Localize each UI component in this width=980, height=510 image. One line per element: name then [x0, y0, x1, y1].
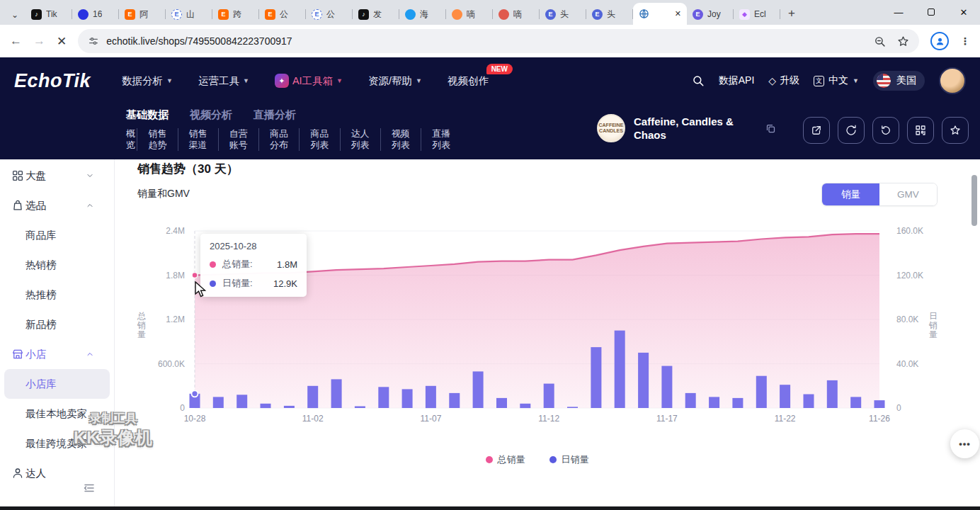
- subnav-tab-4[interactable]: 商品分布: [270, 128, 300, 151]
- search-icon[interactable]: [692, 74, 705, 87]
- section-tab-2[interactable]: 直播分析: [253, 108, 296, 122]
- site-favicon: E: [125, 9, 135, 20]
- subnav-tab-5[interactable]: 商品列表: [310, 128, 340, 151]
- site-favicon: [405, 9, 416, 20]
- history-sync-button[interactable]: [872, 117, 899, 144]
- browser-tab[interactable]: EJoy: [687, 4, 734, 25]
- section-tab-1[interactable]: 视频分析: [190, 108, 232, 122]
- chevron-down-icon: ▼: [243, 77, 249, 84]
- browser-tab[interactable]: E公: [259, 4, 306, 25]
- browser-tab[interactable]: E跨: [212, 4, 259, 25]
- browser-tab[interactable]: E公: [306, 4, 353, 25]
- subnav-tab-0[interactable]: 概览: [126, 128, 137, 151]
- sidebar-item-选品[interactable]: 选品: [4, 191, 110, 220]
- site-info-icon[interactable]: [88, 35, 99, 47]
- sidebar-item-热销榜[interactable]: 热销榜: [4, 250, 110, 280]
- address-bar[interactable]: echotik.live/shops/7495500842223700917: [78, 29, 919, 53]
- browser-tab[interactable]: E头: [586, 4, 633, 25]
- region-selector[interactable]: 美国: [873, 71, 925, 91]
- profile-avatar-icon[interactable]: [930, 32, 949, 50]
- bookmark-star-icon[interactable]: [897, 35, 909, 47]
- svg-text:10-28: 10-28: [184, 414, 206, 424]
- qr-code-button[interactable]: [907, 117, 934, 144]
- back-icon[interactable]: ←: [10, 34, 22, 48]
- subnav-tab-6[interactable]: 达人列表: [351, 128, 381, 151]
- minimize-button[interactable]: —: [882, 0, 915, 24]
- browser-tab[interactable]: ✕: [633, 3, 687, 25]
- browser-tab[interactable]: E阿: [119, 4, 166, 25]
- svg-text:0: 0: [180, 403, 185, 413]
- svg-text:1.2M: 1.2M: [166, 314, 185, 324]
- new-tab-button[interactable]: +: [782, 4, 802, 23]
- sidebar-item-小店[interactable]: 小店: [4, 339, 110, 369]
- grid-icon: [11, 169, 24, 182]
- shop-actions: [803, 117, 969, 144]
- nav-menu-item-0[interactable]: 数据分析▼: [122, 74, 173, 88]
- browser-tab[interactable]: E山: [166, 4, 212, 25]
- sidebar-item-大盘[interactable]: 大盘: [4, 161, 110, 191]
- browser-tab[interactable]: E头: [540, 4, 586, 25]
- chevron-down-icon: ▼: [416, 77, 422, 84]
- svg-text:11-22: 11-22: [775, 414, 796, 424]
- copy-icon[interactable]: [765, 123, 776, 134]
- chevron-up-icon: [86, 201, 94, 210]
- legend-dot-icon: [549, 456, 557, 463]
- zoom-icon[interactable]: [874, 35, 886, 47]
- site-favicon: E: [693, 9, 703, 20]
- subnav-tab-1[interactable]: 销售趋势: [148, 128, 178, 151]
- subnav-tab-2[interactable]: 销售渠道: [189, 128, 219, 151]
- browser-tab[interactable]: ◆Ecl: [734, 4, 780, 25]
- browser-tab[interactable]: 16: [72, 4, 119, 25]
- open-external-button[interactable]: [803, 117, 830, 144]
- subnav-tab-7[interactable]: 视频列表: [392, 128, 421, 151]
- tab-search-chevron-icon[interactable]: ⌄: [4, 5, 25, 25]
- legend-item[interactable]: 总销量: [486, 453, 525, 466]
- chart-subtitle: 销量和GMV: [137, 188, 190, 200]
- close-button[interactable]: ✕: [947, 0, 980, 24]
- browser-tab[interactable]: ♪Tik: [25, 4, 72, 25]
- svg-text:日销量: 日销量: [928, 311, 938, 339]
- nav-menu-item-2[interactable]: ✦AI工具箱▼: [275, 74, 343, 88]
- forward-icon[interactable]: →: [33, 34, 45, 48]
- chart-tooltip: 2025-10-28 总销量:1.8M日销量:12.9K: [200, 234, 307, 297]
- refresh-button[interactable]: [838, 117, 865, 144]
- user-avatar[interactable]: [939, 67, 966, 94]
- new-badge: NEW: [486, 64, 513, 74]
- section-tab-0[interactable]: 基础数据: [126, 108, 169, 122]
- nav-menu-item-3[interactable]: 资源/帮助▼: [368, 74, 422, 88]
- subnav-tab-3[interactable]: 自营账号: [229, 128, 259, 151]
- toggle-GMV[interactable]: GMV: [879, 183, 937, 205]
- maximize-button[interactable]: [915, 0, 947, 24]
- browser-menu-icon[interactable]: ⋮: [960, 35, 970, 47]
- tab-close-icon[interactable]: ✕: [675, 9, 681, 18]
- sidebar: 大盘 选品 商品库 热销榜 热推榜 新品榜 小店 小店库 最佳本地卖家 最佳跨境…: [0, 159, 115, 510]
- sidebar-item-热推榜[interactable]: 热推榜: [4, 280, 110, 310]
- site-header: EchoTik 数据分析▼运营工具▼✦AI工具箱▼资源/帮助▼视频创作NEW 数…: [0, 57, 980, 159]
- legend-item[interactable]: 日销量: [549, 453, 589, 466]
- chevron-down-icon: [86, 171, 94, 180]
- browser-tab[interactable]: 嘀: [493, 4, 540, 25]
- svg-text:40.0K: 40.0K: [896, 359, 918, 369]
- sidebar-item-小店库[interactable]: 小店库: [4, 369, 110, 399]
- language-selector[interactable]: 文中文▼: [814, 74, 859, 87]
- browser-tab[interactable]: ♪发: [353, 4, 399, 25]
- page-scrollbar-thumb[interactable]: [972, 175, 977, 226]
- echotik-logo[interactable]: EchoTik: [14, 70, 91, 92]
- sidebar-item-新品榜[interactable]: 新品榜: [4, 310, 110, 339]
- subnav-tab-8[interactable]: 直播列表: [432, 128, 462, 151]
- stop-loading-icon[interactable]: ✕: [57, 34, 67, 49]
- favorite-star-button[interactable]: [942, 117, 969, 144]
- browser-tab[interactable]: 嘀: [446, 4, 493, 25]
- toggle-销量[interactable]: 销量: [822, 183, 879, 205]
- sidebar-collapse-icon[interactable]: [81, 482, 97, 494]
- nav-menu-item-4[interactable]: 视频创作NEW: [448, 74, 489, 88]
- browser-tab[interactable]: 海: [399, 4, 446, 25]
- svg-text:1.8M: 1.8M: [166, 271, 185, 280]
- svg-text:120.0K: 120.0K: [896, 271, 923, 280]
- data-api-link[interactable]: 数据API: [719, 74, 755, 87]
- sidebar-item-商品库[interactable]: 商品库: [4, 220, 110, 250]
- more-options-fab[interactable]: •••: [950, 429, 979, 458]
- upgrade-link[interactable]: ◇升级: [768, 74, 799, 87]
- bottom-strip: [0, 506, 980, 510]
- nav-menu-item-1[interactable]: 运营工具▼: [198, 74, 249, 88]
